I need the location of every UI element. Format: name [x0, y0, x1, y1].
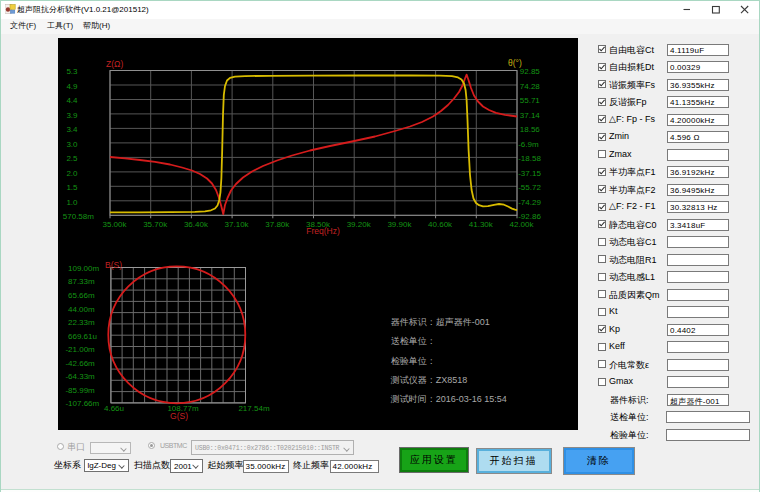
- svg-text:109.00m: 109.00m: [68, 264, 99, 273]
- svg-text:35.70k: 35.70k: [143, 220, 168, 229]
- svg-text:3.0: 3.0: [66, 140, 78, 149]
- svg-text:-21.00m: -21.00m: [65, 345, 95, 354]
- svg-text:测试仪器：ZX8518: 测试仪器：ZX8518: [390, 375, 468, 385]
- svg-text:B(S): B(S): [105, 260, 122, 270]
- svg-text:217.54m: 217.54m: [238, 404, 269, 413]
- svg-text:器件标识：超声器件-001: 器件标识：超声器件-001: [391, 317, 490, 327]
- svg-text:35.00k: 35.00k: [102, 220, 127, 229]
- svg-text:36.40k: 36.40k: [184, 220, 209, 229]
- svg-text:-42.66m: -42.66m: [65, 359, 95, 368]
- svg-text:4.66u: 4.66u: [104, 404, 124, 413]
- svg-text:87.33m: 87.33m: [68, 277, 95, 286]
- svg-text:65.66m: 65.66m: [68, 291, 95, 300]
- svg-text:18.56: 18.56: [520, 125, 541, 134]
- svg-text:37.80k: 37.80k: [265, 220, 290, 229]
- svg-text:2.0: 2.0: [66, 169, 78, 178]
- svg-text:θ(°): θ(°): [508, 58, 522, 68]
- svg-text:4.4: 4.4: [66, 96, 78, 105]
- svg-text:3.9: 3.9: [66, 111, 78, 120]
- svg-text:检验单位：: 检验单位：: [391, 356, 436, 366]
- svg-text:22.33m: 22.33m: [68, 318, 95, 327]
- svg-text:-107.66m: -107.66m: [65, 399, 99, 408]
- svg-text:1.0: 1.0: [66, 198, 78, 207]
- svg-text:4.9: 4.9: [66, 82, 78, 91]
- svg-text:测试时间：2016-03-16 15:54: 测试时间：2016-03-16 15:54: [390, 394, 507, 404]
- svg-text:570.58m: 570.58m: [63, 212, 94, 221]
- svg-text:5.3: 5.3: [66, 67, 78, 76]
- svg-text:-85.99m: -85.99m: [65, 386, 95, 395]
- svg-text:39.20k: 39.20k: [347, 220, 372, 229]
- svg-text:-18.58: -18.58: [518, 154, 541, 163]
- svg-text:-6.9m: -6.9m: [518, 140, 539, 149]
- svg-text:3.4: 3.4: [66, 125, 78, 134]
- svg-text:1.5: 1.5: [66, 183, 78, 192]
- svg-text:-37.15: -37.15: [518, 169, 541, 178]
- svg-text:Freq(Hz): Freq(Hz): [306, 226, 340, 236]
- svg-text:-64.33m: -64.33m: [65, 372, 95, 381]
- svg-text:Z(Ω): Z(Ω): [106, 59, 123, 69]
- svg-text:92.85: 92.85: [520, 67, 541, 76]
- svg-text:41.30k: 41.30k: [469, 220, 494, 229]
- svg-text:37.14: 37.14: [520, 111, 541, 120]
- svg-text:送检单位：: 送检单位：: [391, 336, 436, 346]
- svg-text:55.71: 55.71: [520, 96, 541, 105]
- svg-text:37.10k: 37.10k: [225, 220, 250, 229]
- svg-text:669.61u: 669.61u: [68, 332, 97, 341]
- svg-text:-74.29: -74.29: [518, 198, 541, 207]
- svg-text:74.28: 74.28: [520, 82, 541, 91]
- svg-text:G(S): G(S): [170, 411, 188, 421]
- svg-text:-55.72: -55.72: [518, 183, 541, 192]
- svg-text:40.60k: 40.60k: [428, 220, 453, 229]
- svg-text:44.00m: 44.00m: [68, 305, 95, 314]
- svg-text:39.90k: 39.90k: [387, 220, 412, 229]
- svg-text:2.5: 2.5: [66, 154, 78, 163]
- svg-text:42.00k: 42.00k: [509, 220, 534, 229]
